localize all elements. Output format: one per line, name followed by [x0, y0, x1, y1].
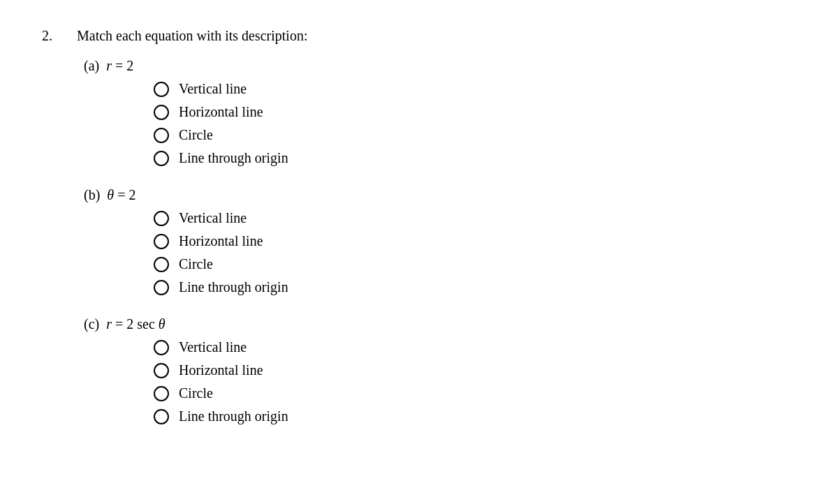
- option-c-line-through-origin[interactable]: Line through origin: [154, 408, 789, 424]
- option-c-circle[interactable]: Circle: [154, 385, 789, 401]
- option-a-horizontal-line-label: Horizontal line: [179, 104, 263, 120]
- option-b-vertical-line-label: Vertical line: [179, 210, 247, 226]
- question-text: Match each equation with its description…: [77, 28, 307, 44]
- radio-c-circle[interactable]: [154, 386, 169, 401]
- option-a-line-through-origin-label: Line through origin: [179, 150, 288, 166]
- part-a-options: Vertical line Horizontal line Circle Lin…: [154, 81, 789, 166]
- part-c-label: (c) r = 2 sec θ: [84, 316, 789, 332]
- option-c-horizontal-line-label: Horizontal line: [179, 362, 263, 378]
- radio-b-vertical-line[interactable]: [154, 211, 169, 226]
- part-b-options: Vertical line Horizontal line Circle Lin…: [154, 210, 789, 295]
- option-b-line-through-origin-label: Line through origin: [179, 279, 288, 295]
- option-b-horizontal-line[interactable]: Horizontal line: [154, 233, 789, 249]
- part-a: (a) r = 2 Vertical line Horizontal line …: [84, 58, 789, 166]
- option-b-line-through-origin[interactable]: Line through origin: [154, 279, 789, 295]
- part-a-label: (a) r = 2: [84, 58, 789, 74]
- part-b-label: (b) θ = 2: [84, 187, 789, 203]
- option-b-vertical-line[interactable]: Vertical line: [154, 210, 789, 226]
- radio-a-horizontal-line[interactable]: [154, 105, 169, 120]
- radio-c-vertical-line[interactable]: [154, 340, 169, 355]
- radio-c-horizontal-line[interactable]: [154, 363, 169, 378]
- question-container: 2. Match each equation with its descript…: [42, 28, 789, 424]
- question-header: 2. Match each equation with its descript…: [42, 28, 789, 44]
- radio-b-circle[interactable]: [154, 257, 169, 272]
- radio-a-circle[interactable]: [154, 128, 169, 143]
- radio-a-vertical-line[interactable]: [154, 82, 169, 97]
- option-a-vertical-line-label: Vertical line: [179, 81, 247, 97]
- question-number: 2.: [42, 28, 77, 44]
- part-b: (b) θ = 2 Vertical line Horizontal line …: [84, 187, 789, 295]
- option-a-horizontal-line[interactable]: Horizontal line: [154, 104, 789, 120]
- radio-a-line-through-origin[interactable]: [154, 151, 169, 166]
- part-c: (c) r = 2 sec θ Vertical line Horizontal…: [84, 316, 789, 424]
- radio-c-line-through-origin[interactable]: [154, 409, 169, 424]
- option-b-horizontal-line-label: Horizontal line: [179, 233, 263, 249]
- part-c-options: Vertical line Horizontal line Circle Lin…: [154, 339, 789, 424]
- option-c-vertical-line-label: Vertical line: [179, 339, 247, 355]
- radio-b-horizontal-line[interactable]: [154, 234, 169, 249]
- radio-b-line-through-origin[interactable]: [154, 280, 169, 295]
- option-a-circle-label: Circle: [179, 127, 213, 143]
- option-b-circle[interactable]: Circle: [154, 256, 789, 272]
- option-c-horizontal-line[interactable]: Horizontal line: [154, 362, 789, 378]
- option-c-line-through-origin-label: Line through origin: [179, 408, 288, 424]
- option-a-vertical-line[interactable]: Vertical line: [154, 81, 789, 97]
- option-a-line-through-origin[interactable]: Line through origin: [154, 150, 789, 166]
- option-b-circle-label: Circle: [179, 256, 213, 272]
- option-c-circle-label: Circle: [179, 385, 213, 401]
- option-a-circle[interactable]: Circle: [154, 127, 789, 143]
- option-c-vertical-line[interactable]: Vertical line: [154, 339, 789, 355]
